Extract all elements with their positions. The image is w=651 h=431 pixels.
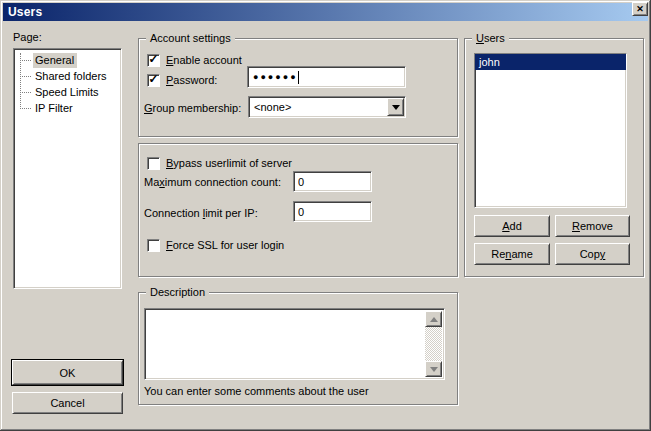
tree-connector <box>20 108 31 109</box>
scroll-up-icon <box>430 317 438 322</box>
tree-item-label: General <box>33 53 77 68</box>
description-textarea[interactable] <box>144 308 445 380</box>
ok-button-label: OK <box>60 367 76 379</box>
force-ssl-label: Force SSL for user login <box>166 239 284 251</box>
group-membership-value: <none> <box>254 101 291 113</box>
description-caption: Description <box>146 285 209 299</box>
bypass-userlimit-checkbox[interactable] <box>147 157 160 170</box>
force-ssl-checkbox[interactable] <box>147 239 160 252</box>
enable-account-checkbox[interactable] <box>147 54 160 67</box>
users-listbox: john <box>474 53 627 208</box>
password-input[interactable]: ●●●●●● <box>247 66 406 88</box>
rename-button-label: Rename <box>491 248 533 260</box>
ok-button[interactable]: OK <box>12 360 123 385</box>
tree-item-ip-filter[interactable]: IP Filter <box>14 100 121 116</box>
tree-connector <box>20 92 31 93</box>
page-label: Page: <box>13 31 42 44</box>
bypass-userlimit-label: Bypass userlimit of server <box>166 157 292 169</box>
remove-button-label: Remove <box>572 220 613 232</box>
cancel-button-label: Cancel <box>50 397 84 409</box>
chevron-down-icon <box>392 105 400 110</box>
copy-button[interactable]: Copy <box>555 243 630 265</box>
group-membership-label: Group membership: <box>144 102 241 115</box>
users-caption: Users <box>472 31 509 45</box>
page-tree: General Shared folders Speed Limits IP F… <box>13 48 122 289</box>
users-group: Users john Add Remove Rename Copy <box>464 38 644 277</box>
account-settings-group: Account settings Enable account Password… <box>138 38 458 137</box>
tree-connector <box>20 60 31 61</box>
password-label: Password: <box>166 74 217 86</box>
tree-item-label: Speed Limits <box>33 85 102 100</box>
tree-connector <box>20 76 31 77</box>
max-connections-input[interactable] <box>293 171 372 192</box>
cancel-button[interactable]: Cancel <box>12 392 123 414</box>
password-checkbox[interactable] <box>147 74 160 87</box>
remove-button[interactable]: Remove <box>555 215 630 237</box>
description-group: Description You can enter some comments … <box>138 292 458 405</box>
enable-account-label: Enable account <box>166 54 242 66</box>
description-helper-text: You can enter some comments about the us… <box>144 385 369 398</box>
add-button-label: Add <box>502 220 522 232</box>
titlebar: Users <box>3 3 648 21</box>
add-button[interactable]: Add <box>474 215 550 237</box>
scroll-up-button[interactable] <box>425 311 442 327</box>
description-scrollbar[interactable] <box>425 311 442 377</box>
scroll-down-icon <box>430 367 438 372</box>
window-title: Users <box>8 5 42 19</box>
close-button[interactable]: ✕ <box>632 2 648 16</box>
group-membership-select[interactable]: <none> <box>248 96 406 118</box>
ip-limit-input[interactable] <box>293 201 372 222</box>
copy-button-label: Copy <box>580 248 606 260</box>
rename-button[interactable]: Rename <box>474 243 550 265</box>
account-settings-caption: Account settings <box>146 31 235 45</box>
tree-item-shared-folders[interactable]: Shared folders <box>14 68 121 84</box>
connection-limits-group: Bypass userlimit of server Maximum conne… <box>138 143 458 277</box>
user-list-item[interactable]: john <box>475 54 626 70</box>
scroll-down-button[interactable] <box>425 361 442 377</box>
ip-limit-label: Connection limit per IP: <box>144 207 258 220</box>
tree-item-speed-limits[interactable]: Speed Limits <box>14 84 121 100</box>
text-cursor <box>298 71 299 84</box>
close-icon: ✕ <box>636 5 644 14</box>
tree-item-general[interactable]: General <box>14 52 121 68</box>
password-masked-value: ●●●●●● <box>253 73 298 82</box>
users-dialog: Users ✕ Page: General Shared folders Spe… <box>0 0 651 431</box>
max-connections-label: Maximum connection count: <box>144 176 281 189</box>
tree-item-label: Shared folders <box>33 69 110 84</box>
dropdown-button[interactable] <box>387 98 404 116</box>
tree-item-label: IP Filter <box>33 101 76 116</box>
